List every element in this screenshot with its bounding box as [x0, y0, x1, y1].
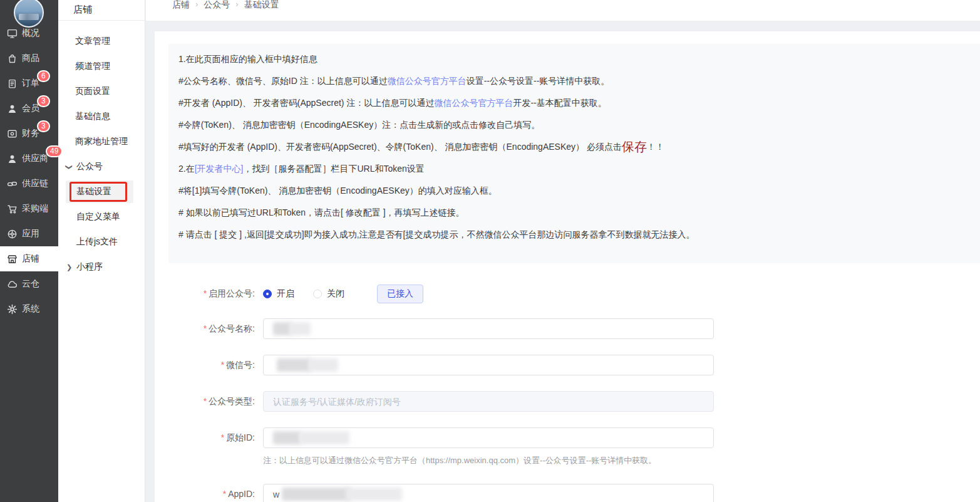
- submenu-item-upload-js[interactable]: 上传js文件: [58, 229, 145, 254]
- field-label: *微信号:: [155, 355, 255, 375]
- account-name-input[interactable]: [263, 318, 714, 339]
- breadcrumb-separator-icon: ›: [235, 0, 238, 10]
- breadcrumb-item[interactable]: 基础设置: [244, 0, 279, 10]
- breadcrumb-separator-icon: ›: [195, 0, 198, 10]
- order-icon: [7, 78, 18, 89]
- active-item-background: 基础设置: [66, 180, 133, 203]
- supplier-icon: [7, 154, 18, 164]
- instruction-line: #令牌(ToKen)、 消息加密密钥（EncodingAESKey）注：点击生成…: [178, 114, 980, 136]
- radio-enable-off[interactable]: 关闭: [313, 288, 344, 300]
- instruction-line: # 请点击 [ 提交 ] ,返回[提交成功]即为接入成功,注意是否有[提交成功提…: [178, 224, 980, 246]
- instruction-line: #将[1]填写令牌(ToKen)、 消息加密密钥（EncodingAESKey）…: [178, 180, 980, 202]
- submenu-title: 店铺: [58, 0, 145, 21]
- sidebar-item-label: 订单: [22, 78, 39, 89]
- chevron-right-icon: ❯: [66, 263, 72, 271]
- sidebar-item-label: 财务: [22, 128, 39, 139]
- apps-icon: [7, 229, 18, 239]
- instruction-text: 1.在此页面相应的输入框中填好信息: [178, 54, 317, 65]
- submenu-item-label: 文章管理: [75, 36, 110, 47]
- secondary-sidebar: 店铺 文章管理频道管理页面设置基础信息商家地址管理❯公众号基础设置自定义菜单上传…: [58, 0, 145, 502]
- sidebar-item-orders[interactable]: 订单6: [0, 71, 58, 96]
- field-label: *启用公众号:: [155, 283, 255, 304]
- submenu-item-page-settings[interactable]: 页面设置: [58, 79, 145, 104]
- field-label: *公众号类型:: [155, 391, 255, 412]
- sidebar-item-label: 应用: [22, 228, 39, 239]
- instruction-text: # 如果以前已填写过URL和Token，请点击[ 修改配置 ]，再填写上述链接。: [178, 207, 465, 219]
- wechat-id-row: *微信号:: [155, 355, 980, 376]
- shop-icon: [7, 254, 18, 264]
- sidebar-item-label: 会员: [22, 103, 39, 114]
- instruction-link[interactable]: 微信公众号官方平台: [434, 98, 513, 109]
- instruction-text: #公众号名称、微信号、原始ID 注：以上信息可以通过: [178, 76, 388, 87]
- original-id-row: *原始ID:: [155, 427, 980, 449]
- sidebar-item-label: 供应商: [22, 153, 48, 164]
- member-icon: [7, 103, 18, 114]
- wechat-id-input[interactable]: [263, 355, 714, 375]
- submenu-item-label: 商家地址管理: [75, 136, 128, 147]
- instruction-text: 设置--公众号设置--账号详情中获取。: [467, 76, 610, 87]
- instruction-line: #填写好的开发者 (AppID)、开发者密码(AppSecret)、令牌(ToK…: [178, 136, 980, 158]
- sidebar-item-label: 供应链: [22, 178, 48, 189]
- account-type-input: [263, 391, 714, 412]
- submenu-item-basic-settings[interactable]: 基础设置: [58, 179, 145, 204]
- submenu-item-custom-menu[interactable]: 自定义菜单: [58, 204, 145, 229]
- submenu-item-article-management[interactable]: 文章管理: [58, 29, 145, 54]
- finance-icon: [7, 128, 18, 139]
- appid-input[interactable]: [263, 484, 714, 502]
- field-label: *原始ID:: [155, 427, 255, 448]
- original-id-note-row: 注：以上信息可以通过微信公众号官方平台（https://mp.weixin.qq…: [155, 455, 980, 476]
- connected-status-button[interactable]: 已接入: [377, 285, 423, 303]
- submenu-item-official-account[interactable]: ❯公众号: [58, 154, 145, 179]
- gear-icon: [7, 304, 18, 315]
- sidebar-item-system[interactable]: 系统: [0, 296, 58, 322]
- sidebar-item-procurement[interactable]: 采购端: [0, 196, 58, 221]
- primary-sidebar: 概况商品订单6会员3财务3供应商49供应链采购端应用店铺云仓系统: [0, 0, 58, 502]
- sidebar-item-apps[interactable]: 应用: [0, 221, 58, 246]
- submenu-item-label: 页面设置: [75, 86, 110, 97]
- bag-icon: [7, 53, 18, 64]
- field-label: *AppID:: [155, 484, 255, 502]
- breadcrumb-item[interactable]: 公众号: [204, 0, 230, 10]
- save-emphasis-text: 保存: [622, 139, 647, 155]
- badge-count: 3: [37, 120, 50, 132]
- required-mark: *: [204, 288, 207, 298]
- submenu-item-label: 公众号: [76, 161, 103, 172]
- instruction-line: #公众号名称、微信号、原始ID 注：以上信息可以通过微信公众号官方平台设置--公…: [178, 70, 980, 92]
- sidebar-item-label: 店铺: [22, 253, 39, 264]
- sidebar-item-suppliers[interactable]: 供应商49: [0, 146, 58, 171]
- instruction-link[interactable]: 微信公众号官方平台: [388, 76, 467, 87]
- account-name-row: *公众号名称:: [155, 318, 980, 340]
- instruction-panel: 1.在此页面相应的输入框中填好信息#公众号名称、微信号、原始ID 注：以上信息可…: [168, 44, 980, 263]
- badge-count: 6: [37, 70, 50, 82]
- submenu-list: 文章管理频道管理页面设置基础信息商家地址管理❯公众号基础设置自定义菜单上传js文…: [58, 29, 145, 280]
- sidebar-item-label: 商品: [22, 53, 39, 64]
- submenu-item-channel-management[interactable]: 频道管理: [58, 54, 145, 79]
- submenu-item-label: 自定义菜单: [76, 211, 120, 222]
- instruction-line: # 如果以前已填写过URL和Token，请点击[ 修改配置 ]，再填写上述链接。: [178, 202, 980, 224]
- main-area: 店铺›公众号›基础设置 1.在此页面相应的输入框中填好信息#公众号名称、微信号、…: [146, 0, 980, 502]
- instruction-text: 开发--基本配置中获取。: [513, 98, 606, 109]
- instruction-text: ，找到［服务器配置］栏目下URL和Token设置: [243, 164, 424, 175]
- radio-enable-on[interactable]: 开启: [263, 288, 294, 300]
- topbar: 店铺›公众号›基础设置: [146, 0, 980, 21]
- sidebar-item-supply-chain[interactable]: 供应链: [0, 171, 58, 196]
- sidebar-item-finance[interactable]: 财务3: [0, 121, 58, 146]
- breadcrumb-item[interactable]: 店铺: [172, 0, 190, 10]
- sidebar-item-goods[interactable]: 商品: [0, 46, 58, 71]
- instruction-link[interactable]: [开发者中心]: [195, 164, 244, 175]
- submenu-item-merchant-address[interactable]: 商家地址管理: [58, 129, 145, 154]
- sidebar-item-members[interactable]: 会员3: [0, 96, 58, 121]
- breadcrumb: 店铺›公众号›基础设置: [172, 0, 279, 10]
- submenu-item-basic-info[interactable]: 基础信息: [58, 104, 145, 129]
- sidebar-item-cloud-depot[interactable]: 云仓: [0, 271, 58, 296]
- sidebar-item-overview[interactable]: 概况: [0, 21, 58, 46]
- submenu-item-label: 频道管理: [75, 61, 110, 72]
- supply-chain-icon: [7, 179, 18, 189]
- settings-card: 1.在此页面相应的输入框中填好信息#公众号名称、微信号、原始ID 注：以上信息可…: [155, 31, 980, 502]
- original-id-input[interactable]: [263, 427, 714, 448]
- enable-official-account-row: *启用公众号: 开启 关闭 已接入: [155, 283, 980, 305]
- field-label: *公众号名称:: [155, 318, 255, 339]
- appid-row: *AppID:: [155, 484, 980, 502]
- submenu-item-mini-program[interactable]: ❯小程序: [58, 254, 145, 280]
- sidebar-item-shop[interactable]: 店铺: [0, 246, 58, 271]
